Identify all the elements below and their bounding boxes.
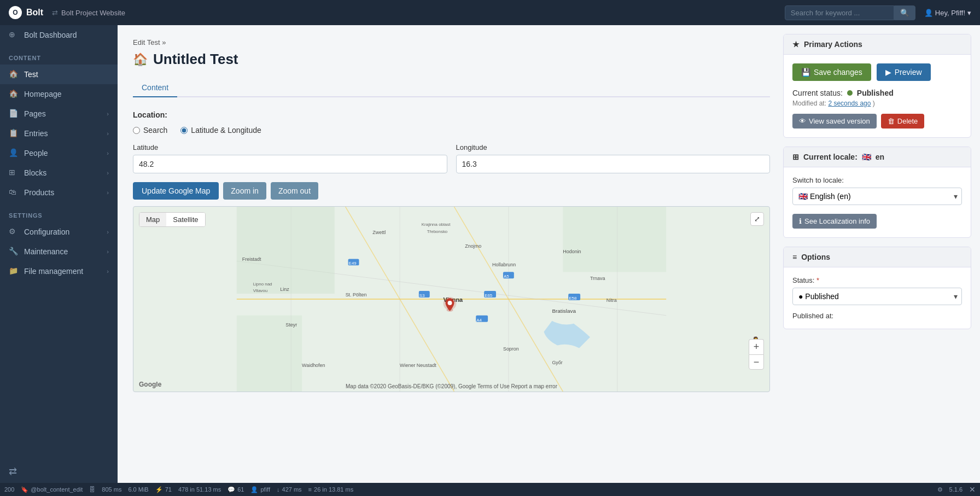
coord-row: Latitude Longitude [133,143,770,173]
map-expand-button[interactable]: ⤢ [750,212,764,226]
sidebar-toggle[interactable]: ⇄ [0,460,118,483]
sidebar-section-settings: SETTINGS [0,202,118,222]
latitude-input[interactable] [133,155,447,173]
save-label: Save changes [814,68,862,77]
logo[interactable]: O Bolt [9,6,43,19]
longitude-input[interactable] [456,155,771,173]
top-nav: O Bolt Bolt Project Website 🔍 👤 Hey, Pfi… [0,0,980,25]
current-status-row: Current status: Published [792,89,962,97]
sidebar-item-file-management[interactable]: 📁 File management › [0,261,118,281]
sidebar-item-dashboard[interactable]: ⊕ Bolt Dashboard [0,25,118,45]
trash-icon: 🗑 [888,117,895,125]
status-dot [847,90,853,96]
locale-body: Switch to locale: 🇬🇧 English (en) ▾ ℹ Se… [784,167,971,237]
sidebar-item-products[interactable]: 🛍 Products › [0,183,118,202]
map-tab-map[interactable]: Map [139,213,166,226]
chevron-right-icon: › [107,110,109,117]
map-container[interactable]: Vienna Bratislava Znojmo Hodonin St. Pöl… [133,206,770,392]
modified-text: Modified at: 2 seconds ago ) [792,100,962,107]
search-button[interactable]: 🔍 [894,5,915,20]
map-svg: Vienna Bratislava Znojmo Hodonin St. Pöl… [133,207,769,392]
sidebar-item-entries[interactable]: 📋 Entries › [0,124,118,143]
save-button[interactable]: 💾 Save changes [792,63,871,81]
sidebar-item-maintenance[interactable]: 🔧 Maintenance › [0,242,118,261]
svg-text:E65: E65 [485,293,493,298]
sidebar-item-people[interactable]: 👤 People › [0,143,118,163]
map-attribution: Map data ©2020 GeoBasis-DE/BKG (©2009), … [346,383,557,389]
status-field-label: Status: * [792,276,962,284]
sidebar-item-label: Configuration [24,227,69,236]
options-body: Status: * ● Published Draft ▾ Published … [784,267,971,329]
tabs-container: Content [133,79,770,97]
options-title: Options [801,253,830,261]
small-buttons: 👁 View saved version 🗑 Delete [792,114,962,129]
svg-text:E49: E49 [349,261,357,266]
view-saved-label: View saved version [809,117,870,125]
sidebar-item-homepage[interactable]: 🏠 Homepage [0,84,118,104]
zoom-out-button[interactable]: Zoom out [271,182,318,200]
modified-time-link[interactable]: 2 seconds ago [828,100,871,107]
sidebar-item-configuration[interactable]: ⚙ Configuration › [0,222,118,242]
map-tab-satellite[interactable]: Satellite [166,213,205,226]
radio-search[interactable]: Search [133,126,167,135]
preview-button[interactable]: ▶ Preview [877,63,931,81]
radio-latlng-input[interactable] [180,127,188,134]
map-type-tabs: Map Satellite [139,212,206,227]
svg-text:Győr: Győr [552,360,562,365]
chevron-right-icon: › [107,229,109,235]
sidebar-item-blocks[interactable]: ⊞ Blocks › [0,163,118,183]
delete-label: Delete [897,117,918,125]
switch-locale-label: Switch to locale: [792,176,962,184]
sidebar-item-label: Test [24,70,38,79]
radio-search-label: Search [143,126,167,135]
locale-code: en [876,153,884,161]
radio-search-input[interactable] [133,127,140,134]
location-label: Location: [133,110,770,119]
search-input[interactable] [785,5,894,20]
sidebar-item-test[interactable]: 🏠 Test [0,65,118,84]
project-link[interactable]: Bolt Project Website [52,9,125,17]
page-title-icon: 🏠 [133,52,148,67]
content-area: Edit Test » 🏠 Untitled Test Content Loca… [118,25,783,483]
longitude-field: Longitude [456,143,771,173]
entries-icon: 📋 [9,129,19,138]
sidebar-item-label: Maintenance [24,247,68,256]
dashboard-icon: ⊕ [9,30,19,40]
options-panel: ≡ Options Status: * ● Published Draft ▾ … [783,247,971,329]
map-zoom-in-button[interactable]: + [749,339,764,354]
svg-text:Nitra: Nitra [606,297,617,303]
main-wrapper: Edit Test » 🏠 Untitled Test Content Loca… [118,25,980,483]
user-icon: 👤 [924,9,933,17]
sidebar-item-label: Bolt Dashboard [24,31,77,39]
localization-info-button[interactable]: ℹ See Localization info [792,214,877,229]
primary-actions-title: Primary Actions [804,40,862,49]
zoom-in-button[interactable]: Zoom in [223,182,266,200]
locale-header-label: Current locale: [803,153,858,161]
tab-content[interactable]: Content [133,79,177,97]
sidebar-item-pages[interactable]: 📄 Pages › [0,104,118,124]
update-map-button[interactable]: Update Google Map [133,182,219,200]
svg-text:Třebonsko: Třebonsko [427,229,448,234]
homepage-icon: 🏠 [9,89,19,99]
svg-text:Trnava: Trnava [590,276,605,281]
location-section: Location: Search Latitude & Longitude La… [133,110,770,392]
radio-group: Search Latitude & Longitude [133,126,770,135]
user-menu[interactable]: 👤 Hey, Pfiff! ▾ [924,9,971,17]
save-icon: 💾 [801,68,810,77]
status-published-text: Published [857,89,894,97]
primary-actions-panel: ★ Primary Actions 💾 Save changes ▶ Previ… [783,34,971,138]
people-icon: 👤 [9,148,19,158]
locale-grid-icon: ⊞ [792,153,799,161]
status-select[interactable]: ● Published Draft [792,288,962,305]
map-zoom-out-button[interactable]: − [749,354,764,370]
locale-select-wrapper: 🇬🇧 English (en) ▾ [792,188,962,205]
view-saved-button[interactable]: 👁 View saved version [792,114,877,129]
sidebar-section-content: CONTENT [0,45,118,65]
breadcrumb-parent[interactable]: Edit Test [133,38,160,46]
delete-button[interactable]: 🗑 Delete [881,114,925,129]
locale-select[interactable]: 🇬🇧 English (en) [792,188,962,205]
radio-latlng[interactable]: Latitude & Longitude [180,126,261,135]
preview-icon: ▶ [885,68,891,77]
longitude-label: Longitude [456,143,771,151]
svg-text:A4: A4 [476,318,482,323]
